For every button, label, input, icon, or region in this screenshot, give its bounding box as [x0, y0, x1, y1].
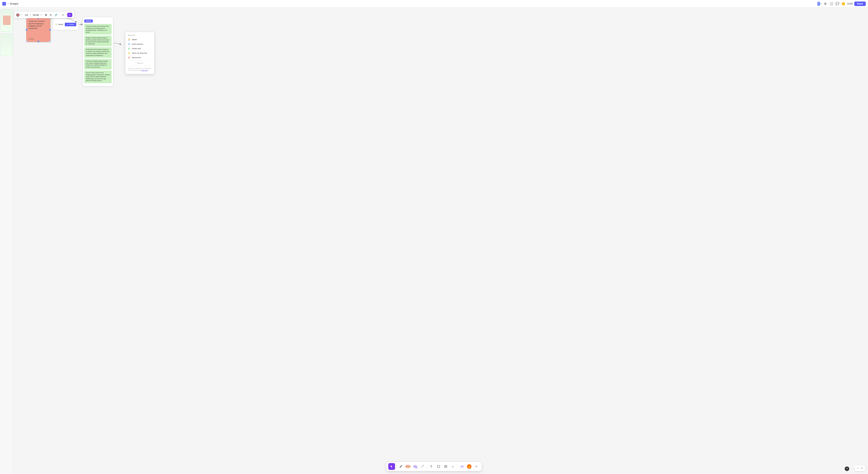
topbar-left: ▾ Budgey: [2, 2, 19, 6]
ideate-button[interactable]: ✦ Ideate: [65, 23, 76, 26]
resize-handle-br[interactable]: [49, 41, 51, 42]
connector-label: Ideate!: [58, 24, 63, 25]
size-button[interactable]: Small: [32, 13, 40, 17]
context-menu-footer: Heads up: AI outputs can be misleading, …: [125, 66, 154, 72]
color-chevron[interactable]: ▾: [21, 14, 22, 16]
conn-left[interactable]: [26, 29, 27, 31]
size-chevron[interactable]: ▾: [40, 14, 41, 16]
ideate-card-3[interactable]: Collaborate with freelance designers to …: [84, 47, 112, 58]
menu-item-quick-question[interactable]: ? Quick question...: [125, 42, 154, 46]
sep3: [60, 13, 60, 17]
conn-right[interactable]: [50, 29, 51, 31]
ideate-star-icon: ✦: [67, 24, 68, 26]
ideate-board-title: Ideate!: [84, 20, 93, 23]
sticky-note-author: Elizabeth: [29, 38, 34, 40]
strikethrough-button[interactable]: S: [49, 13, 53, 17]
sidebar: [0, 7, 13, 155]
app-logo: [2, 2, 6, 6]
align-button[interactable]: ≡: [61, 13, 65, 17]
sticky-note[interactable]: Create me a research plan for Designing …: [26, 18, 50, 42]
floating-toolbar: ▾ Aa ▾ Small ▾ B S 🔗 ≡ ✏: [14, 12, 74, 18]
ideate-card-5[interactable]: Launch a beta version of the budgeting a…: [84, 71, 112, 83]
teach-icon: ★: [128, 52, 130, 55]
ideate-card-1[interactable]: Conduct surveys and interviews with free…: [84, 24, 112, 35]
menu-item-teach[interactable]: ★ Teach me about this: [125, 51, 154, 55]
ideate-board: Ideate! Conduct surveys and interviews w…: [83, 17, 113, 86]
show-all-button[interactable]: Show all: [125, 62, 154, 65]
bold-button[interactable]: B: [44, 13, 48, 17]
context-menu: Next, let's... 💡 Ideate! ? Quick questio…: [125, 32, 154, 74]
app-title: Budgey: [10, 2, 19, 5]
ideate-card-2[interactable]: Analyze existing budgeting apps to ident…: [84, 36, 112, 46]
ideate-card-4[interactable]: Develop a budgeting app prototype and co…: [84, 59, 112, 69]
font-chevron[interactable]: ▾: [30, 14, 31, 16]
color-picker[interactable]: [16, 13, 19, 16]
connector-label-row: ⚡ Ideate!: [55, 23, 63, 26]
ideate-menu-icon: 💡: [128, 38, 130, 41]
context-menu-title: Next, let's...: [125, 34, 154, 37]
learn-more-link[interactable]: Learn more: [141, 70, 148, 71]
connector-icon: ⚡: [55, 23, 58, 26]
quick-question-icon: ?: [128, 43, 130, 45]
menu-item-ideate[interactable]: 💡 Ideate!: [125, 37, 154, 42]
similar-stuff-icon: ≋: [128, 47, 130, 50]
sidebar-thumb-1[interactable]: [1, 9, 13, 32]
font-button[interactable]: Aa: [24, 13, 29, 17]
connector-box: ⚡ Ideate! ✦ Ideate: [53, 19, 79, 30]
resize-handle-bl[interactable]: [26, 41, 27, 42]
topbar: ▾ Budgey ▾ ⊞ ⬜ 💬 A 10:00 Share: [0, 0, 284, 7]
link-button[interactable]: 🔗: [53, 13, 59, 17]
highlight-button[interactable]: ✏: [67, 13, 72, 17]
menu-item-similar-stuff[interactable]: ≋ Similar stuff: [125, 46, 154, 51]
main-canvas[interactable]: ▾ Aa ▾ Small ▾ B S 🔗 ≡ ✏ Create me a res…: [13, 7, 284, 155]
sticky-note-text: Create me a research plan for Designing …: [29, 20, 48, 30]
menu-separator: [125, 61, 154, 61]
sidebar-thumb-2[interactable]: [1, 33, 13, 56]
rewrite-icon: ↺: [128, 56, 130, 59]
conn-bottom[interactable]: [37, 41, 39, 42]
menu-item-rewrite[interactable]: ↺ Rewrite this...: [125, 55, 154, 60]
